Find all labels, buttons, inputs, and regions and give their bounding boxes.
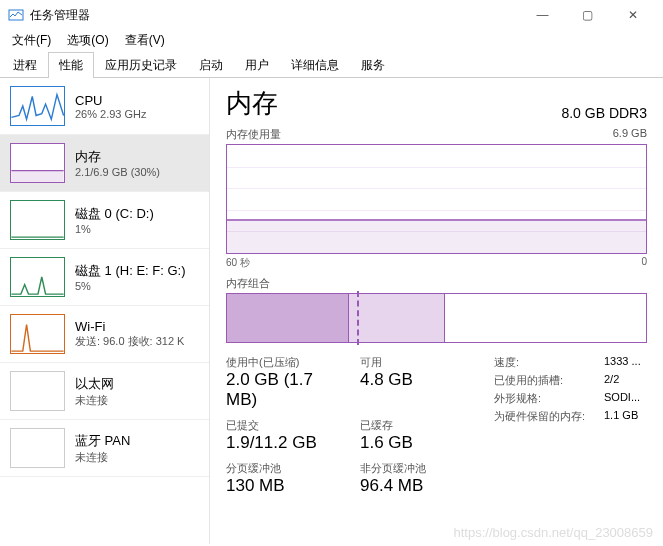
nonpaged-value: 96.4 MB [360, 476, 470, 496]
app-icon [8, 7, 24, 23]
minimize-button[interactable]: — [520, 0, 565, 30]
tab-bar: 进程 性能 应用历史记录 启动 用户 详细信息 服务 [0, 52, 663, 78]
inuse-label: 使用中(已压缩) [226, 355, 336, 370]
tab-startup[interactable]: 启动 [188, 52, 234, 78]
composition-label: 内存组合 [226, 276, 270, 291]
sidebar-item-wifi[interactable]: Wi-Fi 发送: 96.0 接收: 312 K [0, 306, 209, 363]
sidebar: CPU 26% 2.93 GHz 内存 2.1/6.9 GB (30%) 磁盘 … [0, 78, 210, 544]
tab-users[interactable]: 用户 [234, 52, 280, 78]
sidebar-item-sub: 26% 2.93 GHz [75, 108, 147, 120]
maximize-button[interactable]: ▢ [565, 0, 610, 30]
sidebar-item-label: 磁盘 0 (C: D:) [75, 205, 154, 223]
memory-composition-chart [226, 293, 647, 343]
committed-label: 已提交 [226, 418, 336, 433]
committed-value: 1.9/11.2 GB [226, 433, 336, 453]
svg-rect-1 [11, 171, 63, 182]
tab-details[interactable]: 详细信息 [280, 52, 350, 78]
menu-file[interactable]: 文件(F) [6, 30, 57, 52]
window-title: 任务管理器 [30, 7, 520, 24]
sidebar-item-disk1[interactable]: 磁盘 1 (H: E: F: G:) 5% [0, 249, 209, 306]
ethernet-thumb-icon [10, 371, 65, 411]
nonpaged-label: 非分页缓冲池 [360, 461, 470, 476]
sidebar-item-label: CPU [75, 93, 147, 108]
sidebar-item-disk0[interactable]: 磁盘 0 (C: D:) 1% [0, 192, 209, 249]
titlebar: 任务管理器 — ▢ ✕ [0, 0, 663, 30]
sidebar-item-ethernet[interactable]: 以太网 未连接 [0, 363, 209, 420]
main-panel: 内存 8.0 GB DDR3 内存使用量 6.9 GB 60 秒 0 内存组合 [210, 78, 663, 544]
sidebar-item-label: 蓝牙 PAN [75, 432, 130, 450]
wifi-thumb-icon [10, 314, 65, 354]
sidebar-item-label: Wi-Fi [75, 319, 184, 334]
content-area: CPU 26% 2.93 GHz 内存 2.1/6.9 GB (30%) 磁盘 … [0, 78, 663, 544]
axis-left: 60 秒 [226, 256, 250, 270]
cached-label: 已缓存 [360, 418, 470, 433]
tab-processes[interactable]: 进程 [2, 52, 48, 78]
available-label: 可用 [360, 355, 470, 370]
form-label: 外形规格: [494, 391, 604, 406]
menu-options[interactable]: 选项(O) [61, 30, 114, 52]
form-value: SODI... [604, 391, 640, 406]
page-title: 内存 [226, 86, 278, 121]
sidebar-item-bluetooth[interactable]: 蓝牙 PAN 未连接 [0, 420, 209, 477]
available-value: 4.8 GB [360, 370, 470, 390]
sidebar-item-memory[interactable]: 内存 2.1/6.9 GB (30%) [0, 135, 209, 192]
tab-app-history[interactable]: 应用历史记录 [94, 52, 188, 78]
usage-label: 内存使用量 [226, 127, 281, 142]
cached-value: 1.6 GB [360, 433, 470, 453]
sidebar-item-sub: 未连接 [75, 393, 114, 408]
speed-value: 1333 ... [604, 355, 641, 370]
hw-value: 1.1 GB [604, 409, 638, 424]
window-controls: — ▢ ✕ [520, 0, 655, 30]
sidebar-item-label: 内存 [75, 148, 160, 166]
sidebar-item-sub: 2.1/6.9 GB (30%) [75, 166, 160, 178]
sidebar-item-sub: 5% [75, 280, 186, 292]
paged-value: 130 MB [226, 476, 336, 496]
close-button[interactable]: ✕ [610, 0, 655, 30]
menubar: 文件(F) 选项(O) 查看(V) [0, 30, 663, 52]
axis-right: 0 [641, 256, 647, 270]
tab-services[interactable]: 服务 [350, 52, 396, 78]
capacity-label: 8.0 GB DDR3 [561, 105, 647, 121]
disk-thumb-icon [10, 257, 65, 297]
cpu-thumb-icon [10, 86, 65, 126]
slots-value: 2/2 [604, 373, 619, 388]
hw-label: 为硬件保留的内存: [494, 409, 604, 424]
sidebar-item-sub: 发送: 96.0 接收: 312 K [75, 334, 184, 349]
inuse-value: 2.0 GB (1.7 MB) [226, 370, 336, 410]
bluetooth-thumb-icon [10, 428, 65, 468]
slots-label: 已使用的插槽: [494, 373, 604, 388]
sidebar-item-sub: 1% [75, 223, 154, 235]
sidebar-item-label: 磁盘 1 (H: E: F: G:) [75, 262, 186, 280]
menu-view[interactable]: 查看(V) [119, 30, 171, 52]
paged-label: 分页缓冲池 [226, 461, 336, 476]
memory-thumb-icon [10, 143, 65, 183]
disk-thumb-icon [10, 200, 65, 240]
stats-area: 使用中(已压缩) 2.0 GB (1.7 MB) 可用 4.8 GB 已提交 1… [226, 355, 647, 504]
speed-label: 速度: [494, 355, 604, 370]
memory-usage-chart [226, 144, 647, 254]
tab-performance[interactable]: 性能 [48, 52, 94, 78]
usage-max: 6.9 GB [613, 127, 647, 142]
sidebar-item-sub: 未连接 [75, 450, 130, 465]
sidebar-item-cpu[interactable]: CPU 26% 2.93 GHz [0, 78, 209, 135]
sidebar-item-label: 以太网 [75, 375, 114, 393]
